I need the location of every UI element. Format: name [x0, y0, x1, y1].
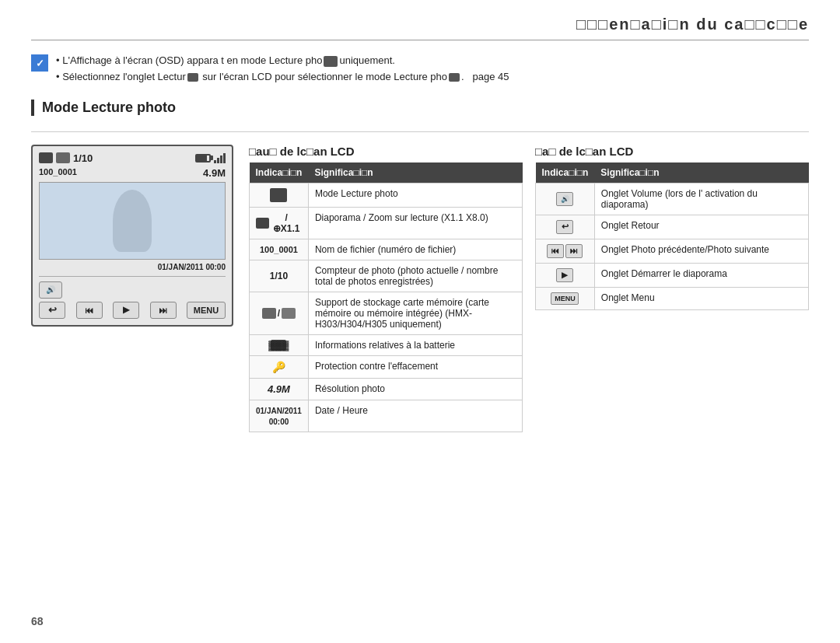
indicator-cell: 🔊 [536, 183, 595, 215]
indicator-cell: 01/JAN/2011 00:00 [250, 400, 309, 432]
volume-tbl-icon: 🔊 [556, 192, 573, 206]
section-title: Mode Lecture photo [31, 100, 809, 116]
play-indicator: ▶ [542, 268, 588, 282]
next-button[interactable]: ⏭ [150, 302, 177, 319]
play-tbl-btn: ▶ [556, 268, 573, 282]
meaning-cell: Date / Heure [308, 400, 522, 432]
left-col1-header: Indica□i□n [250, 162, 309, 183]
counter-indicator: 1/10 [270, 271, 288, 281]
indicator-cell: 1/10 [250, 260, 309, 292]
table-row: 🔑 Protection contre l'effacement [250, 355, 523, 378]
datetime-indicator: 01/JAN/2011 00:00 [256, 407, 302, 426]
section-divider [31, 131, 809, 132]
page-header: □□□en□a□i□n du ca□□c□□e [31, 16, 809, 40]
left-table-section: □au□ de lc□an LCD Indica□i□n Significa□i… [249, 145, 523, 432]
table-row: / ⊕X1.1 Diaporama / Zoom sur lecture (X1… [250, 207, 523, 239]
signal-bar-3 [220, 156, 222, 163]
right-table: Indica□i□n Significa□i□n 🔊 Onglet Volume… [535, 162, 809, 310]
signal-icon [214, 153, 226, 163]
camera-image-area [39, 182, 226, 260]
table-row: ▓▓▓ Informations relatives à la batterie [250, 334, 523, 355]
right-table-title: □a□ de lc□an LCD [535, 145, 809, 158]
signal-bar-1 [214, 160, 216, 163]
prev-button[interactable]: ⏮ [76, 302, 103, 319]
meaning-cell: Compteur de photo (photo actuelle / nomb… [308, 260, 522, 292]
media-icon [56, 152, 70, 163]
indicator-cell: 100_0001 [250, 239, 309, 260]
slash: / [278, 308, 280, 319]
return-tbl-icon: ↩ [556, 220, 573, 234]
notes-icon: ✓ [31, 54, 48, 72]
table-row: ↩ Onglet Retour [536, 215, 809, 239]
table-row: ▶ Onglet Démarrer le diaporama [536, 263, 809, 287]
note-line1: • L'Affichage à l'écran (OSD) appara t e… [56, 53, 509, 69]
indicator-cell: MENU [536, 287, 595, 309]
meaning-cell: Mode Lecture photo [308, 183, 522, 207]
left-table: Indica□i□n Significa□i□n Mode Lecture ph… [249, 162, 523, 432]
battery-icon [195, 154, 211, 162]
meaning-cell: Onglet Menu [594, 287, 808, 309]
meaning-cell: Nom de fichier (numéro de fichier) [308, 239, 522, 260]
counter-display: 1/10 [73, 152, 93, 164]
right-col1-header: Indica□i□n [536, 162, 595, 183]
meaning-cell: Résolution photo [308, 378, 522, 400]
battery-tbl-icon: ▓▓▓ [271, 340, 286, 351]
signal-bar-4 [223, 153, 226, 163]
back-button[interactable]: ↩ [39, 302, 65, 319]
table-row: 1/10 Compteur de photo (photo actuelle /… [250, 260, 523, 292]
menu-button[interactable]: MENU [187, 302, 226, 319]
photo-mode-icon [39, 152, 53, 163]
indicator-cell: / [250, 292, 309, 334]
camera-controls: 🔊 ↩ ⏮ ▶ ⏭ MENU [39, 276, 226, 319]
volume-button[interactable]: 🔊 [39, 281, 62, 299]
indicator-cell: ↩ [536, 215, 595, 239]
indicator-cell: ⏮ ⏭ [536, 239, 595, 263]
table-row: 01/JAN/2011 00:00 Date / Heure [250, 400, 523, 432]
camera-filename: 100_0001 [39, 167, 77, 177]
meaning-cell: Support de stockage carte mémoire (carte… [308, 292, 522, 334]
indicator-cell: 4.9M [250, 378, 309, 400]
photo-mode-indicator [256, 188, 302, 202]
camera-icons-right [195, 153, 226, 163]
lock-indicator: 🔑 [272, 361, 285, 373]
memory-icon [282, 308, 296, 319]
left-col2-header: Significa□i□n [308, 162, 522, 183]
nav-buttons: ⏮ ⏭ [547, 244, 583, 258]
zoom-text: / ⊕X1.1 [271, 212, 302, 234]
battery-indicator: ▓▓▓ [256, 340, 302, 351]
camera-top-bar: 1/10 [39, 152, 226, 164]
indicator-cell: ▶ [536, 263, 595, 287]
play-button[interactable]: ▶ [113, 302, 139, 319]
next-tbl-btn: ⏭ [565, 244, 583, 258]
main-layout: 1/10 100_0001 4.9M 01/JAN/2011 00:00 [31, 145, 809, 432]
menu-indicator: MENU [542, 292, 588, 305]
notes-content: • L'Affichage à l'écran (OSD) appara t e… [56, 53, 509, 86]
camera-icons-left: 1/10 [39, 152, 93, 164]
left-table-title: □au□ de lc□an LCD [249, 145, 523, 158]
table-row: ⏮ ⏭ Onglet Photo précédente/Photo suivan… [536, 239, 809, 263]
camera-screen: 1/10 100_0001 4.9M 01/JAN/2011 00:00 [31, 145, 233, 327]
table-row: 100_0001 Nom de fichier (numéro de fichi… [250, 239, 523, 260]
right-col2-header: Significa□i□n [594, 162, 808, 183]
camera-date: 01/JAN/2011 00:00 [39, 263, 226, 271]
table-row: 🔊 Onglet Volume (lors de l' activation d… [536, 183, 809, 215]
signal-bar-2 [217, 158, 219, 163]
table-row: / Support de stockage carte mémoire (car… [250, 292, 523, 334]
photo-icon [270, 188, 287, 202]
table-row: MENU Onglet Menu [536, 287, 809, 309]
card-icon [262, 308, 276, 319]
meaning-cell: Onglet Démarrer le diaporama [594, 263, 808, 287]
meaning-cell: Onglet Volume (lors de l' activation du … [594, 183, 808, 215]
volume-indicator: 🔊 [542, 192, 588, 206]
speaker-icon: 🔊 [46, 285, 55, 294]
resolution-indicator: 4.9M [268, 383, 290, 395]
indicator-cell: 🔑 [250, 355, 309, 378]
meaning-cell: Informations relatives à la batterie [308, 334, 522, 355]
prev-next-indicator: ⏮ ⏭ [542, 244, 588, 258]
menu-tbl-btn: MENU [551, 292, 579, 305]
return-indicator: ↩ [542, 220, 588, 234]
meaning-cell: Onglet Photo précédente/Photo suivante [594, 239, 808, 263]
table-row: Mode Lecture photo [250, 183, 523, 207]
indicator-cell: / ⊕X1.1 [250, 207, 309, 239]
tables-area: □au□ de lc□an LCD Indica□i□n Significa□i… [249, 145, 809, 432]
